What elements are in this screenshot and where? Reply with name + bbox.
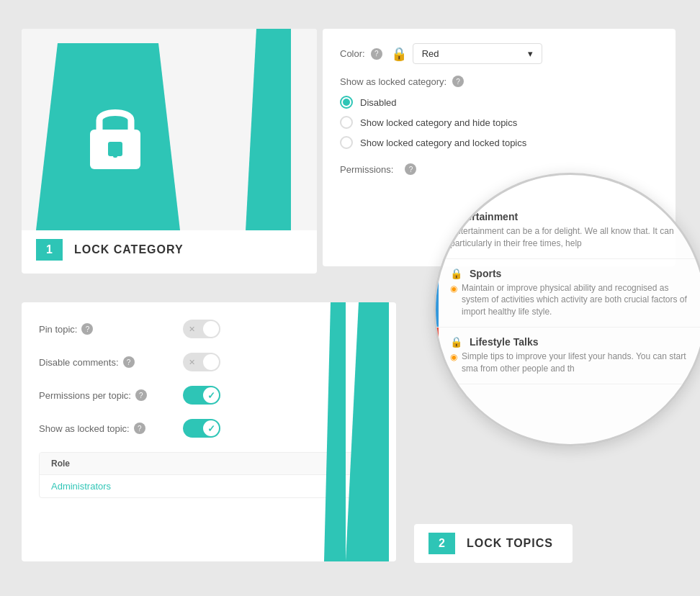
teal-shape-right [245,29,302,230]
step2-title: LOCK TOPICS [467,537,553,550]
radio-option-show-locked-hide[interactable]: Show locked category and hide topics [340,116,658,129]
lifestyle-title: Lifestyle Talks [470,336,538,348]
permissions-per-topic-check-icon: ✓ [207,390,215,401]
radio-option-show-locked-locked[interactable]: Show locked category and locked topics [340,136,658,149]
pin-topic-toggle[interactable]: ✕ [183,320,220,338]
sports-header: 🔒 Sports [450,268,694,279]
color-row: Color: ? 🔒 Red ▾ [340,43,658,64]
pin-topic-help-icon[interactable]: ? [81,323,93,335]
disable-comments-help-icon[interactable]: ? [123,356,135,368]
forum-list: Entertainment Entertainment can be a for… [436,197,700,384]
show-as-locked-topic-label: Show as locked topic: ? [39,423,183,434]
step1-label: 1 LOCK CATEGORY [22,230,317,269]
step1-number: 1 [36,239,63,261]
radio-show-locked-locked-label: Show locked category and locked topics [360,137,526,148]
pin-topic-label: Pin topic: ? [39,323,183,335]
locked-category-help-icon[interactable]: ? [452,76,464,87]
lifestyle-desc: Simple tips to improve your lifest your … [462,351,694,375]
sports-accent-bar [436,259,439,327]
pin-topic-x-icon: ✕ [189,325,195,334]
lock-icon-container [58,72,173,202]
forum-item-sports: 🔒 Sports ◉ Maintain or improve physical … [436,259,700,328]
radio-group: Disabled Show locked category and hide t… [340,96,658,149]
main-container: 1 LOCK CATEGORY Color: ? 🔒 Red ▾ Show as… [0,0,700,596]
bottom-panel-graphic [310,302,396,561]
radio-disabled-circle[interactable] [340,96,353,109]
teal-bar-right [346,302,389,561]
entertainment-header: Entertainment [450,211,694,222]
show-as-locked-topic-text: Show as locked topic: [39,423,130,434]
sports-lock-icon: 🔒 [450,268,462,279]
sports-rss-icon: ◉ [450,284,457,294]
lifestyle-lock-icon: 🔒 [450,336,462,348]
radio-show-locked-hide-label: Show locked category and hide topics [360,117,517,128]
step2-number: 2 [428,533,455,554]
color-chevron-icon: ▾ [528,48,533,59]
entertainment-desc: Entertainment can be a for delight. We a… [450,225,694,250]
permissions-per-topic-help-icon[interactable]: ? [135,389,147,401]
color-dropdown[interactable]: Red ▾ [413,43,542,64]
radio-disabled-label: Disabled [360,97,397,108]
entertainment-accent-bar [436,197,439,258]
lock-color-icon: 🔒 [391,46,407,62]
disable-comments-toggle[interactable]: ✕ [183,353,220,371]
lifestyle-accent-bar [436,328,439,384]
show-as-locked-topic-check-icon: ✓ [207,423,215,434]
locked-category-label: Show as locked category: [340,76,447,87]
disable-comments-text: Disable comments: [39,357,119,368]
lock-topics-settings-panel: Pin topic: ? ✕ Disable comments: ? ✕ [22,302,396,561]
forum-item-lifestyle: 🔒 Lifestyle Talks ◉ Simple tips to impro… [436,328,700,384]
lifestyle-header: 🔒 Lifestyle Talks [450,336,694,348]
radio-option-disabled[interactable]: Disabled [340,96,658,109]
show-as-locked-topic-thumb: ✓ [203,420,219,436]
color-help-icon[interactable]: ? [371,48,382,60]
radio-show-locked-locked-circle[interactable] [340,136,353,149]
radio-show-locked-hide-circle[interactable] [340,116,353,129]
disable-comments-x-icon: ✕ [189,358,195,367]
pin-topic-thumb [203,321,219,337]
lifestyle-rss-icon: ◉ [450,352,457,362]
lock-category-icon [79,97,151,176]
step2-label: 2 LOCK TOPICS [414,524,573,563]
permissions-per-topic-toggle[interactable]: ✓ [183,386,220,405]
forum-item-entertainment: Entertainment Entertainment can be a for… [436,197,700,259]
forum-categories-overlay: Entertainment Entertainment can be a for… [434,173,700,446]
permissions-label: Permissions: [340,164,393,175]
permissions-per-topic-thumb: ✓ [203,387,219,403]
sports-title: Sports [470,268,501,279]
step1-title: LOCK CATEGORY [74,243,184,256]
sports-desc: Maintain or improve physical ability and… [462,282,694,318]
permissions-per-topic-text: Permissions per topic: [39,390,131,401]
disable-comments-label: Disable comments: ? [39,356,183,368]
color-label: Color: [340,48,365,59]
pin-topic-text: Pin topic: [39,324,77,335]
locked-category-section-label: Show as locked category: ? [340,76,658,87]
lock-category-panel: 1 LOCK CATEGORY [22,29,317,274]
disable-comments-thumb [203,354,219,370]
permissions-per-topic-label: Permissions per topic: ? [39,389,183,401]
permissions-row: Permissions: ? [340,163,658,175]
color-value: Red [422,48,439,59]
svg-rect-2 [113,149,117,158]
lock-category-graphic [22,29,317,230]
entertainment-title: Entertainment [450,211,518,222]
teal-bar-right2 [324,302,346,561]
permissions-help-icon[interactable]: ? [405,163,416,175]
show-as-locked-topic-help-icon[interactable]: ? [134,423,145,434]
show-as-locked-topic-toggle[interactable]: ✓ [183,419,220,438]
